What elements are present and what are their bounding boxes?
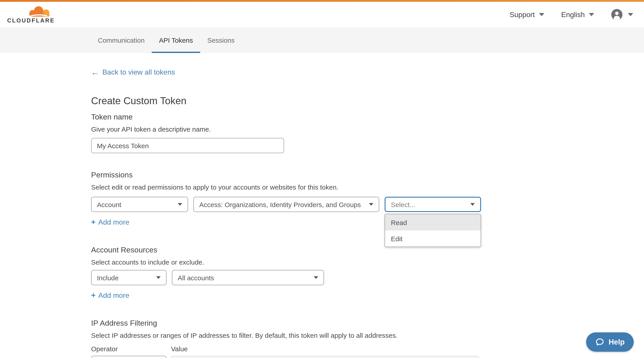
plus-icon: + (91, 292, 96, 299)
tab-communication[interactable]: Communication (91, 28, 152, 53)
support-label: Support (510, 11, 535, 19)
account-resources-row: Include All accounts (91, 270, 644, 285)
permission-level-placeholder: Select... (391, 201, 415, 208)
page-title: Create Custom Token (91, 95, 644, 107)
chat-bubble-icon (595, 337, 604, 347)
language-menu[interactable]: English (561, 11, 594, 19)
cloudflare-cloud-icon (27, 6, 51, 17)
ip-filtering-heading: IP Address Filtering (91, 318, 644, 328)
chevron-down-icon (314, 276, 318, 279)
tab-api-tokens[interactable]: API Tokens (152, 28, 200, 53)
permissions-row: Account Access: Organizations, Identity … (91, 197, 644, 212)
chevron-down-icon (178, 203, 182, 206)
permissions-add-more-link[interactable]: + Add more (91, 218, 130, 226)
page: CLOUDFLARE Support English (0, 0, 644, 358)
main-content: ← Back to view all tokens Create Custom … (0, 53, 644, 358)
plus-icon: + (91, 219, 96, 226)
permissions-heading: Permissions (91, 170, 644, 180)
menu-option-edit[interactable]: Edit (385, 230, 481, 247)
add-more-label: Add more (98, 291, 130, 300)
permission-level-wrap: Select... Read Edit (384, 197, 481, 212)
support-menu[interactable]: Support (510, 11, 544, 19)
chevron-down-icon (369, 203, 374, 206)
chevron-down-icon (470, 203, 475, 206)
token-name-heading: Token name (91, 112, 644, 122)
account-resources-add-more-link[interactable]: + Add more (91, 291, 130, 300)
permission-level-menu: Read Edit (384, 214, 481, 247)
chevron-down-icon (539, 13, 544, 16)
permission-level-select[interactable]: Select... (384, 197, 481, 212)
ip-operator-select[interactable]: Select... (91, 356, 166, 358)
token-name-description: Give your API token a descriptive name. (91, 125, 644, 133)
permission-scope-value: Account (97, 201, 121, 208)
profile-tabbar: Communication API Tokens Sessions (0, 28, 644, 53)
operator-label: Operator (91, 345, 171, 353)
chevron-down-icon (628, 13, 633, 16)
token-name-input[interactable] (91, 138, 284, 153)
permission-scope-select[interactable]: Account (91, 197, 188, 212)
ip-value-input[interactable] (171, 356, 479, 358)
tab-sessions[interactable]: Sessions (200, 28, 242, 53)
permission-resource-value: Access: Organizations, Identity Provider… (199, 201, 361, 208)
cloudflare-wordmark: CLOUDFLARE (7, 18, 55, 24)
chevron-down-icon (156, 276, 161, 279)
ip-filtering-labels: Operator Value (91, 345, 644, 353)
account-scope-value: All accounts (178, 274, 214, 281)
back-link-label: Back to view all tokens (102, 68, 175, 76)
header: CLOUDFLARE Support English (0, 2, 644, 28)
header-right: Support English (510, 9, 633, 20)
account-resources-heading: Account Resources (91, 245, 644, 255)
brand-top-strip (0, 0, 644, 2)
value-label: Value (171, 345, 188, 353)
ip-filtering-description: Select IP addresses or ranges of IP addr… (91, 331, 644, 339)
chevron-down-icon (589, 13, 594, 16)
help-button-label: Help (608, 338, 625, 346)
permission-resource-select[interactable]: Access: Organizations, Identity Provider… (194, 197, 379, 212)
menu-option-read[interactable]: Read (385, 214, 481, 230)
user-avatar-icon (611, 9, 622, 20)
left-arrow-icon: ← (91, 69, 99, 76)
add-more-label: Add more (98, 218, 130, 226)
language-label: English (561, 11, 585, 19)
help-button[interactable]: Help (586, 332, 634, 352)
account-scope-select[interactable]: All accounts (172, 270, 324, 285)
back-to-tokens-link[interactable]: ← Back to view all tokens (91, 68, 175, 76)
cloudflare-logo[interactable]: CLOUDFLARE (7, 6, 55, 24)
account-resources-description: Select accounts to include or exclude. (91, 258, 644, 266)
permissions-description: Select edit or read permissions to apply… (91, 183, 644, 191)
account-menu[interactable] (611, 9, 633, 20)
ip-filtering-row: Select... (91, 356, 644, 358)
account-mode-select[interactable]: Include (91, 270, 166, 285)
account-mode-value: Include (97, 274, 119, 281)
